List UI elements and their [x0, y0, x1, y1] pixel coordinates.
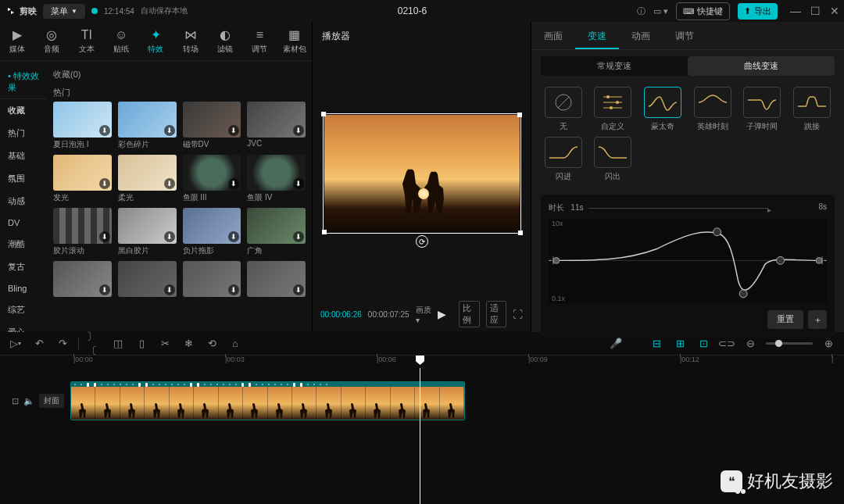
reverse-icon[interactable]: ⟲ [204, 336, 220, 352]
effect-thumb[interactable]: ⬇柔光 [118, 155, 177, 203]
layout-button[interactable]: ▭ ▾ [653, 6, 668, 16]
download-icon[interactable]: ⬇ [99, 178, 110, 189]
menu-button[interactable]: 菜单▼ [43, 4, 85, 19]
snap-tool-1-icon[interactable]: ⊟ [649, 336, 664, 352]
adapt-button[interactable]: 适应 [486, 301, 506, 327]
close-button[interactable]: ✕ [830, 5, 839, 17]
freeze-icon[interactable]: ❄ [181, 336, 196, 352]
video-clip[interactable] [70, 381, 465, 420]
asset-tab-8[interactable]: ▦素材包 [277, 22, 312, 60]
effect-thumb[interactable]: ⬇胶片滚动 [53, 208, 112, 256]
category-item[interactable]: 基础 [0, 145, 47, 167]
effect-thumb[interactable]: ⬇夏日泡泡 I [53, 102, 112, 150]
asset-tab-5[interactable]: ⋈转场 [173, 22, 208, 60]
speed-preset[interactable]: 跳接 [789, 87, 835, 132]
asset-tab-7[interactable]: ≡调节 [242, 22, 277, 60]
minimize-button[interactable]: — [790, 5, 801, 17]
zoom-slider[interactable] [766, 342, 813, 345]
asset-tab-1[interactable]: ◎音频 [34, 22, 69, 60]
speed-preset[interactable]: 英雄时刻 [690, 87, 735, 132]
zoom-out-icon[interactable]: ⊖ [742, 336, 758, 352]
crop-icon[interactable]: ⌂ [227, 336, 243, 352]
effect-thumb[interactable]: ⬇负片拖影 [183, 208, 241, 256]
category-item[interactable]: 氛围 [0, 167, 47, 190]
asset-tab-0[interactable]: ▶媒体 [0, 22, 34, 60]
fullscreen-icon[interactable]: ⛶ [513, 309, 523, 320]
split-icon[interactable]: 〕〔 [87, 336, 102, 352]
download-icon[interactable]: ⬇ [228, 284, 239, 295]
inspector-tab[interactable]: 画面 [531, 22, 575, 49]
link-icon[interactable]: ⊂⊃ [719, 336, 735, 352]
category-item[interactable]: 爱心 [0, 321, 47, 332]
effect-thumb[interactable]: ⬇ [53, 261, 112, 298]
track-lock-icon[interactable]: ⊡ [12, 396, 19, 406]
download-icon[interactable]: ⬇ [99, 125, 110, 136]
download-icon[interactable]: ⬇ [164, 125, 175, 136]
zoom-in-icon[interactable]: ⊕ [821, 336, 836, 352]
effect-thumb[interactable]: ⬇广角 [247, 208, 306, 256]
asset-tab-6[interactable]: ◐滤镜 [208, 22, 242, 60]
category-item[interactable]: 收藏 [0, 99, 47, 122]
speed-curve-editor[interactable]: 10x 0.1x [549, 218, 827, 304]
download-icon[interactable]: ⬇ [99, 284, 110, 295]
download-icon[interactable]: ⬇ [228, 231, 239, 242]
effect-thumb[interactable]: ⬇ [183, 261, 241, 298]
download-icon[interactable]: ⬇ [293, 125, 304, 136]
rotate-handle-icon[interactable]: ⟳ [416, 235, 428, 248]
snap-tool-2-icon[interactable]: ⊞ [672, 336, 688, 352]
category-item[interactable]: Bling [0, 278, 47, 298]
shortcut-button[interactable]: ⌨快捷键 [676, 2, 730, 20]
speed-preset[interactable]: 子弹时间 [740, 87, 785, 132]
category-item[interactable]: 热门 [0, 122, 47, 145]
download-icon[interactable]: ⬇ [164, 284, 175, 295]
effect-thumb[interactable]: ⬇鱼眼 III [183, 155, 241, 203]
category-item[interactable]: 综艺 [0, 298, 47, 321]
delete-right-icon[interactable]: ▯ [134, 336, 149, 352]
track-cover-label[interactable]: 封面 [39, 394, 64, 408]
category-item[interactable]: 复古 [0, 256, 47, 278]
speed-preset[interactable]: 无 [541, 87, 586, 132]
category-item[interactable]: 潮酷 [0, 233, 47, 256]
asset-tab-4[interactable]: ✦特效 [138, 22, 173, 60]
effect-thumb[interactable]: ⬇发光 [53, 155, 112, 203]
speed-preset[interactable]: 闪出 [591, 137, 636, 182]
asset-tab-2[interactable]: TI文本 [70, 22, 104, 60]
effect-thumb[interactable]: ⬇JVC [247, 102, 306, 150]
maximize-button[interactable]: ☐ [810, 5, 821, 17]
help-icon[interactable]: ⓘ [637, 5, 646, 17]
effect-thumb[interactable]: ⬇彩色碎片 [118, 102, 177, 150]
category-item[interactable]: DV [0, 213, 47, 233]
effect-thumb[interactable]: ⬇ [247, 261, 306, 298]
effect-thumb[interactable]: ⬇ [118, 261, 177, 298]
quality-dropdown[interactable]: 画质 ▾ [416, 305, 432, 324]
speed-preset[interactable]: 自定义 [591, 87, 636, 132]
download-icon[interactable]: ⬇ [99, 231, 110, 242]
play-button[interactable]: ▶ [438, 308, 446, 320]
track-mute-icon[interactable]: 🔈 [23, 396, 34, 406]
category-item[interactable]: 动感 [0, 190, 47, 213]
download-icon[interactable]: ⬇ [228, 178, 239, 189]
inspector-tab[interactable]: 动画 [619, 22, 663, 49]
speed-mode-tab[interactable]: 常规变速 [541, 56, 688, 76]
download-icon[interactable]: ⬇ [293, 284, 304, 295]
undo-icon[interactable]: ↶ [31, 336, 47, 352]
redo-icon[interactable]: ↷ [55, 336, 70, 352]
effect-thumb[interactable]: ⬇黑白胶片 [118, 208, 177, 256]
download-icon[interactable]: ⬇ [164, 231, 175, 242]
ratio-button[interactable]: 比例 [459, 301, 479, 327]
speed-preset[interactable]: 蒙太奇 [640, 87, 685, 132]
playhead[interactable] [420, 368, 420, 504]
player-canvas[interactable]: ⟳ [324, 115, 520, 232]
reset-curve-button[interactable]: 重置 [767, 310, 803, 329]
download-icon[interactable]: ⬇ [293, 178, 304, 189]
delete-left-icon[interactable]: ◫ [110, 336, 126, 352]
speed-mode-tab[interactable]: 曲线变速 [688, 56, 835, 76]
mic-icon[interactable]: 🎤 [608, 336, 624, 352]
download-icon[interactable]: ⬇ [293, 231, 304, 242]
select-tool-icon[interactable]: ▷▾ [8, 336, 23, 352]
cut-icon[interactable]: ✂ [157, 336, 173, 352]
inspector-tab[interactable]: 调节 [663, 22, 706, 49]
export-button[interactable]: ⬆导出 [738, 3, 778, 20]
snap-tool-3-icon[interactable]: ⊡ [696, 336, 711, 352]
effect-thumb[interactable]: ⬇鱼眼 IV [247, 155, 306, 203]
